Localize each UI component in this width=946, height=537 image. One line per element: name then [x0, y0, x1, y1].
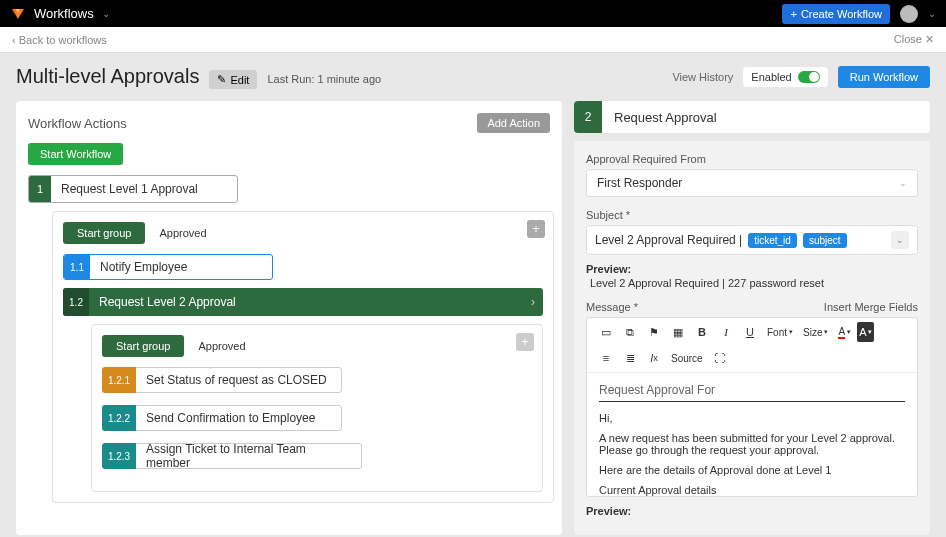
group-level-1: + Start group Approved 1.1 Notify Employ…	[52, 211, 554, 503]
group-level-2: + Start group Approved 1.2.1 Set Status …	[91, 324, 543, 492]
detail-header: 2 Request Approval	[574, 101, 930, 133]
enabled-toggle[interactable]: Enabled	[743, 67, 827, 87]
editor-line: Hi,	[599, 412, 905, 424]
preview-label: Preview:	[586, 263, 918, 275]
clear-format-icon[interactable]: Ix	[643, 348, 665, 368]
start-group-button[interactable]: Start group	[102, 335, 184, 357]
step-label: Request Level 1 Approval	[51, 176, 237, 202]
action-step-1-2-1[interactable]: 1.2.1 Set Status of request as CLOSED	[102, 367, 342, 393]
numbered-list-icon[interactable]: ≡	[595, 348, 617, 368]
step-label: Request Level 2 Approval	[89, 288, 543, 316]
chevron-right-icon: ›	[531, 295, 535, 309]
page-header: Multi-level Approvals ✎Edit Last Run: 1 …	[0, 53, 946, 101]
size-dropdown[interactable]: Size▾	[799, 322, 832, 342]
maximize-icon[interactable]: ⛶	[709, 348, 731, 368]
font-dropdown[interactable]: Font▾	[763, 322, 797, 342]
chevron-down-icon: ⌄	[899, 178, 907, 188]
action-step-1[interactable]: 1 Request Level 1 Approval	[28, 175, 238, 203]
step-label: Set Status of request as CLOSED	[136, 367, 342, 393]
editor-toolbar: ▭ ⧉ ⚑ ▦ B I U Font▾ Size▾ A▾ A▾ ≡ ≣ Ix S…	[587, 318, 917, 373]
message-label: Message *	[586, 301, 638, 313]
subject-merge-dropdown[interactable]: ⌄	[891, 231, 909, 249]
app-logo-icon	[10, 6, 26, 22]
detail-title: Request Approval	[602, 101, 729, 133]
start-workflow-button[interactable]: Start Workflow	[28, 143, 123, 165]
editor-line: A new request has been submitted for you…	[599, 432, 905, 456]
bg-color-button[interactable]: A▾	[857, 322, 874, 342]
enabled-label: Enabled	[751, 71, 791, 83]
step-label: Assign Ticket to Internal Team member	[136, 443, 362, 469]
start-group-button[interactable]: Start group	[63, 222, 145, 244]
subject-input[interactable]: Level 2 Approval Required | ticket_id su…	[586, 225, 918, 255]
message-preview-label: Preview:	[586, 505, 918, 517]
underline-button[interactable]: U	[739, 322, 761, 342]
view-history-link[interactable]: View History	[672, 71, 733, 83]
action-step-1-1[interactable]: 1.1 Notify Employee	[63, 254, 273, 280]
message-editor[interactable]: ▭ ⧉ ⚑ ▦ B I U Font▾ Size▾ A▾ A▾ ≡ ≣ Ix S…	[586, 317, 918, 497]
image-icon[interactable]: ▭	[595, 322, 617, 342]
insert-merge-fields-link[interactable]: Insert Merge Fields	[824, 301, 918, 313]
page-title: Multi-level Approvals	[16, 65, 199, 88]
avatar[interactable]	[900, 5, 918, 23]
sub-bar: Back to workflows Close	[0, 27, 946, 53]
approval-from-value: First Responder	[597, 176, 682, 190]
product-name[interactable]: Workflows	[34, 6, 94, 21]
editor-line: Current Approval details	[599, 484, 905, 496]
add-action-button[interactable]: Add Action	[477, 113, 550, 133]
add-step-button[interactable]: +	[527, 220, 545, 238]
source-button[interactable]: Source	[667, 348, 707, 368]
editor-line: Here are the details of Approval done at…	[599, 464, 905, 476]
step-number: 1.1	[64, 255, 90, 279]
text-color-button[interactable]: A▾	[834, 322, 855, 342]
product-dropdown-icon[interactable]: ⌄	[102, 8, 110, 19]
avatar-menu-icon[interactable]: ⌄	[928, 8, 936, 19]
bullet-list-icon[interactable]: ≣	[619, 348, 641, 368]
step-number: 1.2	[63, 288, 89, 316]
preview-text: Level 2 Approval Required | 227 password…	[586, 277, 918, 289]
editor-content[interactable]: Request Approval For Hi, A new request h…	[587, 373, 917, 496]
group-status: Approved	[159, 227, 206, 239]
run-workflow-button[interactable]: Run Workflow	[838, 66, 930, 88]
anchor-icon[interactable]: ⚑	[643, 322, 665, 342]
workflow-actions-title: Workflow Actions	[28, 116, 127, 131]
step-number: 1.2.1	[102, 367, 136, 393]
action-step-1-2-2[interactable]: 1.2.2 Send Confirmation to Employee	[102, 405, 342, 431]
create-workflow-button[interactable]: +Create Workflow	[782, 4, 890, 24]
step-label: Notify Employee	[90, 255, 272, 279]
step-number: 1.2.2	[102, 405, 136, 431]
detail-panel: 2 Request Approval Approval Required Fro…	[574, 101, 930, 535]
action-step-1-2-selected[interactable]: 1.2 Request Level 2 Approval ›	[63, 288, 543, 316]
step-label: Send Confirmation to Employee	[136, 405, 342, 431]
step-number: 1	[29, 176, 51, 202]
detail-step-number: 2	[574, 101, 602, 133]
action-step-1-2-3[interactable]: 1.2.3 Assign Ticket to Internal Team mem…	[102, 443, 362, 469]
last-run-label: Last Run: 1 minute ago	[267, 73, 381, 85]
bold-button[interactable]: B	[691, 322, 713, 342]
subject-label: Subject *	[586, 209, 918, 221]
table-icon[interactable]: ▦	[667, 322, 689, 342]
link-icon[interactable]: ⧉	[619, 322, 641, 342]
back-link[interactable]: Back to workflows	[12, 34, 107, 46]
edit-label: Edit	[230, 74, 249, 86]
editor-heading: Request Approval For	[599, 383, 905, 402]
create-workflow-label: Create Workflow	[801, 8, 882, 20]
workflow-actions-panel: Workflow Actions Add Action Start Workfl…	[16, 101, 562, 535]
step-number: 1.2.3	[102, 443, 136, 469]
plus-icon: +	[790, 8, 796, 20]
approval-from-label: Approval Required From	[586, 153, 918, 165]
italic-button[interactable]: I	[715, 322, 737, 342]
group-status: Approved	[198, 340, 245, 352]
edit-button[interactable]: ✎Edit	[209, 70, 257, 89]
pencil-icon: ✎	[217, 73, 226, 86]
close-link[interactable]: Close	[894, 33, 934, 46]
top-bar: Workflows ⌄ +Create Workflow ⌄	[0, 0, 946, 27]
add-step-button[interactable]: +	[516, 333, 534, 351]
approval-from-select[interactable]: First Responder ⌄	[586, 169, 918, 197]
toggle-switch-icon[interactable]	[798, 71, 820, 83]
subject-text: Level 2 Approval Required |	[595, 233, 742, 247]
merge-tag-subject[interactable]: subject	[803, 233, 847, 248]
merge-tag-ticket-id[interactable]: ticket_id	[748, 233, 797, 248]
